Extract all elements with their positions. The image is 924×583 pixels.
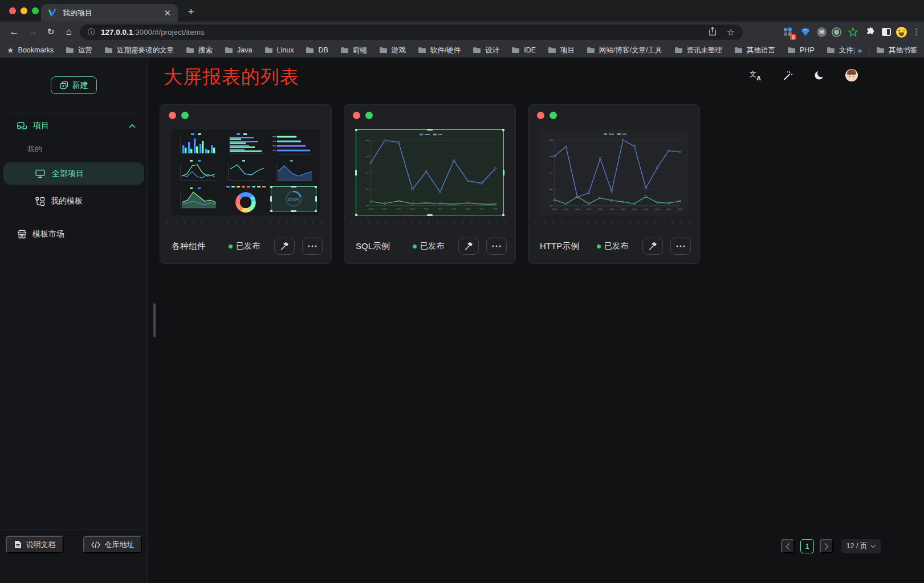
bookmark-item[interactable]: 运营 (66, 46, 92, 55)
language-icon[interactable]: 文A (750, 70, 761, 81)
bookmarks-list: ★Bookmarks运营近期需要读的文章搜索JavaLinuxDB前端游戏软件/… (7, 46, 886, 55)
gem-extension-icon[interactable] (799, 26, 812, 38)
bookmark-item[interactable]: 其他语言 (734, 46, 775, 55)
sidebar-item-label: 全部项目 (52, 169, 84, 179)
home-icon[interactable]: ⌂ (62, 25, 76, 39)
app-page: 新建 项目 我的 全部项目 (0, 58, 924, 583)
magic-wand-icon[interactable] (782, 70, 793, 81)
sidebar-group-projects[interactable]: 项目 (17, 117, 138, 135)
address-bar[interactable]: ⓘ 127.0.0.1:3000/#/project/items ☆ (80, 25, 743, 40)
window-minimize-button[interactable] (21, 7, 27, 14)
site-info-icon[interactable]: ⓘ (88, 27, 95, 38)
folder-icon (827, 47, 835, 54)
bookmark-item[interactable]: Linux (264, 46, 294, 54)
bookmark-item[interactable]: 近期需要读的文章 (104, 46, 174, 55)
bookmark-item[interactable]: ★Bookmarks (7, 46, 54, 55)
bookmark-item[interactable]: 设计 (473, 46, 499, 55)
browser-menu-icon[interactable]: ⋮ (912, 27, 921, 37)
bookmark-item[interactable]: 软件/硬件 (418, 46, 461, 55)
bookmark-item[interactable]: PHP (787, 46, 815, 54)
forward-icon[interactable]: → (25, 25, 40, 39)
mini-green-area-chart (175, 186, 221, 211)
current-page-button[interactable]: 1 (800, 539, 814, 553)
reload-icon[interactable]: ↻ (43, 25, 58, 39)
mini-area-chart (271, 159, 316, 184)
mini-capsule-chart (271, 132, 316, 157)
template-flow-icon (35, 197, 45, 206)
project-card[interactable]: 25.00% 各种组件 已发布 (160, 104, 332, 264)
profile-avatar-icon[interactable] (896, 27, 907, 38)
code-icon (91, 541, 100, 548)
user-avatar[interactable] (845, 69, 858, 81)
new-project-button[interactable]: 新建 (51, 76, 97, 94)
docs-button[interactable]: 说明文档 (6, 536, 64, 553)
page-size-select[interactable]: 12 / 页 (841, 539, 881, 553)
bookmark-item[interactable]: IDE (511, 46, 536, 54)
hammer-icon (463, 241, 474, 251)
mini-donut-chart (223, 185, 268, 210)
bookmark-item[interactable]: 前端 (340, 46, 367, 55)
bookmark-label: 游戏 (392, 46, 406, 55)
new-tab-button[interactable]: + (184, 5, 198, 19)
prev-page-button[interactable] (781, 539, 795, 553)
bookmark-star-icon[interactable]: ☆ (727, 27, 735, 38)
folder-icon (104, 47, 113, 54)
share-icon[interactable] (709, 27, 717, 38)
tab-close-icon[interactable]: ✕ (164, 9, 171, 17)
bookmark-label: Bookmarks (18, 46, 54, 54)
mini-progress-widget: 25.00% (271, 186, 316, 211)
bookmark-item[interactable]: Java (225, 46, 252, 54)
copy-plus-icon (60, 81, 68, 89)
bookmark-item[interactable]: DB (306, 46, 328, 54)
chevron-up-icon[interactable] (129, 124, 136, 128)
content-scrollbar[interactable] (153, 303, 156, 337)
folder-icon (473, 47, 481, 54)
more-actions-button[interactable] (670, 238, 691, 255)
sidebar-item-all-projects[interactable]: 全部项目 (3, 162, 144, 185)
publish-status: 已发布 (413, 241, 444, 251)
command-extension-icon[interactable]: ⌘ (817, 27, 827, 37)
ellipsis-icon (308, 245, 317, 247)
edit-project-button[interactable] (274, 238, 295, 255)
goview-favicon-icon (48, 9, 57, 18)
status-dot (597, 244, 601, 248)
dark-mode-moon-icon[interactable] (814, 70, 824, 80)
edit-project-button[interactable] (642, 238, 663, 255)
bookmark-label: 运营 (78, 46, 92, 55)
repo-button[interactable]: 仓库地址 (83, 536, 142, 553)
mini-bar-chart (175, 132, 221, 157)
window-zoom-button[interactable] (32, 7, 39, 14)
mini-hbar-chart (223, 132, 268, 157)
bookmark-item[interactable]: 资讯未整理 (674, 46, 723, 55)
folder-icon (548, 47, 556, 54)
sidebar-item-template-market[interactable]: 模板市场 (17, 224, 64, 244)
extensions-puzzle-icon[interactable] (864, 26, 877, 38)
recorder-extension-icon[interactable] (832, 27, 841, 37)
next-page-button[interactable] (820, 539, 833, 553)
bookmark-item[interactable]: 搜索 (186, 46, 213, 55)
bookmark-item[interactable]: 网站/博客/文章/工具 (587, 46, 662, 55)
sidebar-item-my-templates[interactable]: 我的模板 (35, 191, 83, 211)
side-panel-icon[interactable] (882, 28, 891, 36)
other-bookmarks-button[interactable]: 其他书签 (876, 46, 917, 55)
folder-icon (379, 47, 388, 54)
project-card[interactable]: HTTP示例 已发布 (528, 104, 700, 264)
url-host: 127.0.0.1 (101, 28, 133, 36)
hammer-icon (648, 241, 658, 251)
window-controls (9, 7, 39, 14)
browser-tab[interactable]: 我的项目 ✕ (41, 4, 178, 22)
edit-project-button[interactable] (458, 238, 479, 255)
more-actions-button[interactable] (302, 238, 323, 255)
window-close-button[interactable] (9, 7, 16, 14)
folder-icon (66, 47, 74, 54)
more-actions-button[interactable] (486, 238, 507, 255)
tab-manager-extension-icon[interactable]: 9 (781, 26, 794, 38)
project-card[interactable]: SQL示例 已发布 (344, 104, 516, 264)
mini-line-chart (223, 159, 268, 184)
bookmark-item[interactable]: 游戏 (379, 46, 406, 55)
bookmarks-overflow-chevron[interactable]: » (858, 46, 862, 55)
bookmark-item[interactable]: 项目 (548, 46, 575, 55)
projects-icon (17, 121, 27, 131)
back-icon[interactable]: ← (7, 25, 22, 39)
star-extension-icon[interactable] (846, 26, 859, 38)
